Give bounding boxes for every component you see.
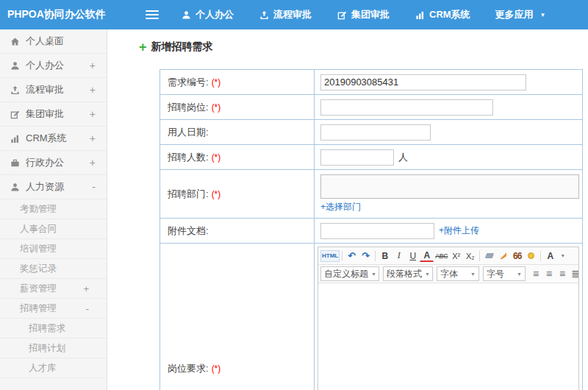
sidebar-item-admin-office[interactable]: 行政办公 + — [0, 151, 107, 175]
sidebar-item-attendance[interactable]: 考勤管理 — [0, 199, 107, 219]
sidebar-item-recruit-demand[interactable]: 招聘需求 — [0, 319, 107, 338]
font-size-select[interactable]: 字号▼ — [483, 266, 526, 281]
form-row-attachment: 附件文档: +附件上传 — [160, 219, 582, 244]
menu-toggle-icon[interactable] — [146, 8, 159, 21]
align-center-icon[interactable]: ≡ — [542, 267, 556, 281]
sidebar-item-label: 培训管理 — [20, 243, 57, 255]
chevron-down-icon: ▼ — [560, 253, 565, 258]
nav-group-approval[interactable]: 集团审批 — [337, 8, 390, 21]
select-department-link[interactable]: +选择部门 — [320, 201, 361, 213]
required-marker: (*) — [212, 152, 221, 163]
expand-toggle[interactable]: + — [90, 85, 96, 95]
toolbar-separator — [540, 251, 541, 261]
expand-toggle[interactable]: + — [90, 60, 96, 71]
strikethrough-button[interactable]: ABC — [434, 249, 449, 263]
person-icon — [10, 182, 20, 192]
eraser-icon[interactable] — [482, 249, 496, 263]
demand-number-input[interactable] — [320, 74, 526, 91]
bar-chart-icon — [10, 133, 20, 143]
collapse-toggle[interactable]: - — [86, 304, 89, 313]
nav-label: 个人办公 — [196, 8, 234, 21]
sidebar-item-label: 流程审批 — [26, 83, 64, 96]
field-label: 岗位要求:(*) — [160, 244, 315, 390]
font-color-button[interactable]: A — [420, 249, 434, 262]
field-label: 招聘岗位:(*) — [160, 95, 315, 119]
sidebar-item-recruit-plan[interactable]: 招聘计划 — [0, 338, 107, 358]
sidebar-item-group-approval[interactable]: 集团审批 + — [0, 102, 107, 127]
main-content: + 新增招聘需求 需求编号:(*) 招聘岗位:(*) 用人日期: — [108, 29, 588, 390]
job-position-input[interactable] — [320, 99, 493, 116]
form-row-job-position: 招聘岗位:(*) — [160, 95, 582, 120]
collapse-toggle[interactable]: - — [92, 182, 96, 192]
align-justify-icon[interactable]: ≣ — [569, 267, 578, 281]
sidebar-item-training[interactable]: 培训管理 — [0, 239, 107, 259]
user-icon — [10, 60, 20, 71]
sidebar-item-label: 行政办公 — [26, 156, 64, 169]
underline-button[interactable]: U — [406, 249, 420, 263]
font-family-select[interactable]: 字体▼ — [437, 266, 479, 281]
bold-button[interactable]: B — [378, 249, 392, 263]
recruitment-demand-form: 需求编号:(*) 招聘岗位:(*) 用人日期: 招聘人数:(*) — [159, 69, 583, 390]
html-source-button[interactable]: HTML — [320, 250, 340, 262]
nav-label: 更多应用 — [495, 8, 534, 21]
nav-more-apps[interactable]: 更多应用 ▼ — [495, 8, 546, 21]
expand-toggle[interactable]: + — [90, 157, 96, 168]
superscript-button[interactable]: X² — [449, 249, 463, 263]
toolbar-separator — [342, 251, 343, 261]
sidebar-item-recruitment[interactable]: 招聘管理 - — [0, 299, 107, 319]
upload-icon — [259, 10, 269, 20]
nav-crm-system[interactable]: CRM系统 — [415, 8, 470, 21]
department-textarea[interactable] — [320, 174, 579, 199]
heading-style-select[interactable]: 自定义标题▼ — [320, 266, 379, 281]
unit-label: 人 — [398, 151, 408, 164]
sidebar-item-label: 招聘管理 — [20, 302, 57, 315]
sidebar-item-personal-desktop[interactable]: 个人桌面 — [0, 29, 107, 54]
sidebar-item-hr-contract[interactable]: 人事合同 — [0, 219, 107, 239]
sidebar-item-label: 个人桌面 — [26, 35, 64, 48]
upload-icon — [10, 85, 20, 95]
required-marker: (*) — [212, 102, 221, 113]
align-left-icon[interactable]: ≡ — [529, 267, 542, 281]
sidebar-item-human-resources[interactable]: 人力资源 - — [0, 175, 107, 199]
redo-icon[interactable]: ↷ — [359, 249, 373, 263]
add-icon: + — [139, 42, 147, 52]
chevron-down-icon: ▼ — [517, 272, 522, 277]
upload-attachment-link[interactable]: +附件上传 — [439, 224, 479, 237]
format-brush-icon[interactable] — [496, 249, 510, 263]
expand-toggle[interactable]: + — [90, 109, 96, 119]
paragraph-format-select[interactable]: 段落格式▼ — [383, 266, 433, 281]
subscript-button[interactable]: X₂ — [463, 249, 477, 263]
top-navigation: 个人办公 流程审批 集团审批 CRM系统 更多应用 ▼ — [181, 8, 546, 21]
nav-personal-office[interactable]: 个人办公 — [181, 8, 234, 21]
undo-icon[interactable]: ↶ — [345, 249, 359, 263]
sidebar-item-label: CRM系统 — [26, 132, 67, 145]
editor-content-area[interactable] — [318, 283, 578, 390]
hire-date-input[interactable] — [320, 124, 431, 141]
sidebar-item-rewards[interactable]: 奖惩记录 — [0, 259, 107, 279]
sidebar-item-label: 招聘计划 — [29, 342, 65, 355]
sidebar-item-salary[interactable]: 薪资管理 + — [0, 279, 107, 299]
blockquote-icon[interactable]: 66 — [510, 249, 524, 263]
sidebar-item-workflow-approval[interactable]: 流程审批 + — [0, 78, 107, 102]
font-color-dropdown[interactable]: A — [543, 249, 557, 263]
nav-label: 集团审批 — [351, 8, 390, 21]
sidebar-item-personal-office[interactable]: 个人办公 + — [0, 54, 107, 78]
page-title-text: 新增招聘需求 — [151, 40, 213, 54]
headcount-input[interactable] — [320, 149, 394, 166]
field-label: 招聘人数:(*) — [160, 145, 315, 169]
nav-label: CRM系统 — [429, 8, 470, 21]
expand-toggle[interactable]: + — [90, 133, 96, 143]
attachment-input[interactable] — [320, 223, 434, 239]
sidebar-item-crm[interactable]: CRM系统 + — [0, 127, 107, 151]
app-logo[interactable]: PHPOA协同办公软件 — [0, 8, 107, 21]
field-label: 用人日期: — [160, 120, 315, 144]
chevron-down-icon: ▼ — [371, 272, 376, 277]
emoticon-icon[interactable] — [524, 249, 538, 263]
italic-button[interactable]: I — [392, 249, 406, 263]
form-row-hire-date: 用人日期: — [160, 120, 582, 145]
sidebar-item-label: 人才库 — [29, 362, 57, 375]
expand-toggle[interactable]: + — [83, 284, 89, 294]
nav-workflow-approval[interactable]: 流程审批 — [259, 8, 312, 21]
sidebar-item-talent-pool[interactable]: 人才库 — [0, 358, 107, 378]
align-right-icon[interactable]: ≡ — [556, 267, 569, 281]
